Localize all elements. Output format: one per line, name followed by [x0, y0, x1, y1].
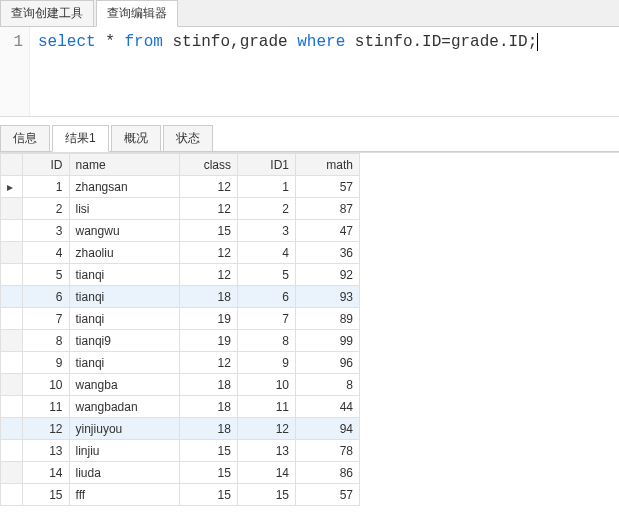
- cell-math[interactable]: 44: [296, 396, 360, 418]
- cell-name[interactable]: linjiu: [69, 440, 179, 462]
- table-row[interactable]: 14liuda151486: [1, 462, 360, 484]
- cell-name[interactable]: wangbadan: [69, 396, 179, 418]
- cell-class[interactable]: 12: [179, 198, 237, 220]
- cell-name[interactable]: tianqi: [69, 264, 179, 286]
- tab-query-editor[interactable]: 查询编辑器: [96, 0, 178, 27]
- cell-class[interactable]: 15: [179, 462, 237, 484]
- cell-class[interactable]: 12: [179, 352, 237, 374]
- cell-id1[interactable]: 6: [237, 286, 295, 308]
- cell-id1[interactable]: 7: [237, 308, 295, 330]
- cell-name[interactable]: tianqi: [69, 308, 179, 330]
- table-row[interactable]: 8tianqi919899: [1, 330, 360, 352]
- cell-math[interactable]: 92: [296, 264, 360, 286]
- row-handle[interactable]: [1, 440, 23, 462]
- table-row[interactable]: 11wangbadan181144: [1, 396, 360, 418]
- table-row[interactable]: 15fff151557: [1, 484, 360, 506]
- cell-class[interactable]: 19: [179, 308, 237, 330]
- row-handle[interactable]: [1, 176, 23, 198]
- cell-name[interactable]: wangwu: [69, 220, 179, 242]
- cell-id1[interactable]: 1: [237, 176, 295, 198]
- tab-status[interactable]: 状态: [163, 125, 213, 151]
- cell-math[interactable]: 99: [296, 330, 360, 352]
- row-handle[interactable]: [1, 352, 23, 374]
- cell-math[interactable]: 94: [296, 418, 360, 440]
- cell-id[interactable]: 7: [23, 308, 69, 330]
- cell-class[interactable]: 18: [179, 418, 237, 440]
- row-handle[interactable]: [1, 484, 23, 506]
- cell-name[interactable]: zhaoliu: [69, 242, 179, 264]
- cell-math[interactable]: 89: [296, 308, 360, 330]
- tab-info[interactable]: 信息: [0, 125, 50, 151]
- cell-class[interactable]: 15: [179, 440, 237, 462]
- row-handle[interactable]: [1, 330, 23, 352]
- cell-id1[interactable]: 15: [237, 484, 295, 506]
- cell-class[interactable]: 12: [179, 264, 237, 286]
- col-header-id[interactable]: ID: [23, 154, 69, 176]
- cell-id1[interactable]: 10: [237, 374, 295, 396]
- table-row[interactable]: 9tianqi12996: [1, 352, 360, 374]
- cell-id[interactable]: 6: [23, 286, 69, 308]
- cell-id[interactable]: 2: [23, 198, 69, 220]
- table-row[interactable]: 7tianqi19789: [1, 308, 360, 330]
- col-header-math[interactable]: math: [296, 154, 360, 176]
- cell-math[interactable]: 93: [296, 286, 360, 308]
- table-row[interactable]: 1zhangsan12157: [1, 176, 360, 198]
- cell-math[interactable]: 47: [296, 220, 360, 242]
- cell-math[interactable]: 36: [296, 242, 360, 264]
- cell-id[interactable]: 14: [23, 462, 69, 484]
- col-header-name[interactable]: name: [69, 154, 179, 176]
- cell-id1[interactable]: 14: [237, 462, 295, 484]
- row-handle[interactable]: [1, 396, 23, 418]
- cell-name[interactable]: tianqi: [69, 352, 179, 374]
- col-header-id1[interactable]: ID1: [237, 154, 295, 176]
- cell-math[interactable]: 8: [296, 374, 360, 396]
- sql-code[interactable]: select * from stinfo,grade where stinfo.…: [30, 27, 538, 116]
- cell-id[interactable]: 15: [23, 484, 69, 506]
- cell-name[interactable]: lisi: [69, 198, 179, 220]
- cell-name[interactable]: fff: [69, 484, 179, 506]
- cell-math[interactable]: 57: [296, 484, 360, 506]
- cell-id1[interactable]: 11: [237, 396, 295, 418]
- row-handle-header[interactable]: [1, 154, 23, 176]
- cell-class[interactable]: 12: [179, 176, 237, 198]
- row-handle[interactable]: [1, 308, 23, 330]
- cell-class[interactable]: 18: [179, 286, 237, 308]
- cell-math[interactable]: 78: [296, 440, 360, 462]
- cell-id[interactable]: 5: [23, 264, 69, 286]
- cell-name[interactable]: yinjiuyou: [69, 418, 179, 440]
- tab-result1[interactable]: 结果1: [52, 125, 109, 152]
- tab-profile[interactable]: 概况: [111, 125, 161, 151]
- cell-math[interactable]: 86: [296, 462, 360, 484]
- cell-class[interactable]: 15: [179, 484, 237, 506]
- cell-math[interactable]: 57: [296, 176, 360, 198]
- result-grid[interactable]: ID name class ID1 math 1zhangsan121572li…: [0, 153, 360, 506]
- row-handle[interactable]: [1, 264, 23, 286]
- row-handle[interactable]: [1, 286, 23, 308]
- cell-id1[interactable]: 8: [237, 330, 295, 352]
- cell-id[interactable]: 3: [23, 220, 69, 242]
- cell-id1[interactable]: 3: [237, 220, 295, 242]
- cell-id[interactable]: 12: [23, 418, 69, 440]
- table-row[interactable]: 12yinjiuyou181294: [1, 418, 360, 440]
- cell-name[interactable]: tianqi: [69, 286, 179, 308]
- table-row[interactable]: 3wangwu15347: [1, 220, 360, 242]
- table-row[interactable]: 13linjiu151378: [1, 440, 360, 462]
- tab-query-builder[interactable]: 查询创建工具: [0, 0, 94, 26]
- cell-class[interactable]: 18: [179, 374, 237, 396]
- cell-id1[interactable]: 5: [237, 264, 295, 286]
- table-row[interactable]: 10wangba18108: [1, 374, 360, 396]
- cell-id1[interactable]: 9: [237, 352, 295, 374]
- cell-id[interactable]: 8: [23, 330, 69, 352]
- cell-name[interactable]: zhangsan: [69, 176, 179, 198]
- cell-id[interactable]: 9: [23, 352, 69, 374]
- cell-id[interactable]: 1: [23, 176, 69, 198]
- cell-class[interactable]: 18: [179, 396, 237, 418]
- sql-editor[interactable]: 1 select * from stinfo,grade where stinf…: [0, 27, 619, 117]
- col-header-class[interactable]: class: [179, 154, 237, 176]
- row-handle[interactable]: [1, 374, 23, 396]
- table-row[interactable]: 2lisi12287: [1, 198, 360, 220]
- row-handle[interactable]: [1, 418, 23, 440]
- cell-id1[interactable]: 13: [237, 440, 295, 462]
- cell-name[interactable]: liuda: [69, 462, 179, 484]
- cell-id1[interactable]: 2: [237, 198, 295, 220]
